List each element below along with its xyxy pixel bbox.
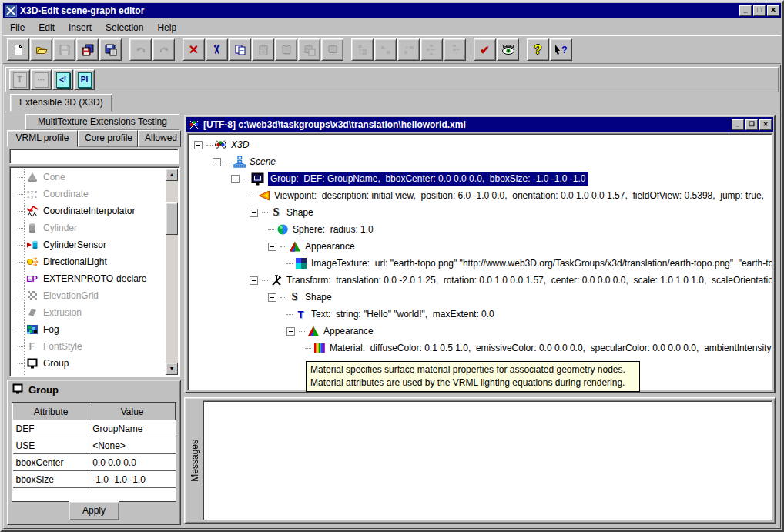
tree-node-imagetexture[interactable]: ImageTexture: url: "earth-topo.png" "htt… bbox=[188, 255, 772, 272]
tree-node-appearance[interactable]: Appearance bbox=[188, 238, 772, 255]
open-folder-icon bbox=[35, 44, 48, 56]
tree-node-shape[interactable]: S Shape bbox=[188, 204, 772, 221]
tree-node-material[interactable]: Material: diffuseColor: 0.1 0.5 1.0, emi… bbox=[188, 340, 772, 356]
coordinate-icon: x y zx y z bbox=[25, 188, 39, 200]
menu-edit[interactable]: Edit bbox=[32, 20, 62, 35]
tree-node-scene[interactable]: Scene bbox=[188, 153, 772, 170]
expand-subtree-button bbox=[351, 38, 374, 61]
scroll-up-button[interactable]: ▲ bbox=[166, 169, 178, 181]
collapse-toggle[interactable] bbox=[250, 276, 258, 285]
tree-node-text[interactable]: T Text: string: "Hello" "world!", maxExt… bbox=[188, 306, 772, 323]
tab-extensible-3d[interactable]: Extensible 3D (X3D) bbox=[10, 94, 112, 112]
paste-swap-icon bbox=[280, 44, 293, 56]
scroll-down-button[interactable]: ▼ bbox=[166, 363, 178, 375]
maximize-button[interactable]: □ bbox=[753, 5, 766, 16]
tree-node-viewpoint[interactable]: Viewpoint: description: initial view, po… bbox=[188, 187, 772, 204]
attribute-name-cell[interactable]: USE bbox=[13, 437, 89, 454]
tree-node-shape[interactable]: S Shape bbox=[188, 289, 772, 306]
context-help-button[interactable]: ? bbox=[550, 38, 572, 61]
help-button[interactable]: ? bbox=[527, 38, 549, 61]
document-icon bbox=[188, 119, 200, 130]
palette-node-font-style: FFontStyle bbox=[12, 338, 166, 355]
collapse-toggle[interactable] bbox=[231, 175, 240, 183]
toolbar-separator bbox=[122, 36, 129, 63]
document-titlebar: [UTF-8] c:\web3d\taskgroups\x3d\translat… bbox=[186, 117, 773, 132]
split-node-button bbox=[444, 38, 466, 61]
close-button[interactable]: ✕ bbox=[767, 5, 779, 16]
palette-node-fog[interactable]: Fog bbox=[12, 321, 166, 338]
menu-file[interactable]: File bbox=[3, 20, 32, 35]
palette-filter-input[interactable] bbox=[9, 149, 179, 164]
collapse-toggle[interactable] bbox=[250, 209, 258, 217]
menu-selection[interactable]: Selection bbox=[99, 20, 150, 35]
merge-node-button bbox=[420, 38, 443, 61]
tab-multitexture-extensions[interactable]: MultiTexture Extensions Testing bbox=[25, 114, 179, 130]
minimize-button[interactable]: _ bbox=[739, 5, 752, 16]
save-all-button[interactable] bbox=[76, 38, 99, 61]
validate-check-icon: ✔ bbox=[480, 44, 490, 55]
doctype-scroll-icon: <! bbox=[56, 72, 70, 88]
move-node-in-button bbox=[374, 38, 397, 61]
palette-node-coordinate-interpolator[interactable]: CoordinateInterpolator bbox=[12, 202, 166, 219]
attribute-value-cell[interactable]: 0.0 0.0 0.0 bbox=[89, 454, 176, 471]
coordinate-interpolator-icon bbox=[25, 205, 39, 217]
toolbar-separator bbox=[520, 36, 527, 63]
attribute-name-cell[interactable]: DEF bbox=[13, 420, 89, 437]
directional-light-icon bbox=[25, 256, 39, 268]
attribute-value-cell[interactable]: -1.0 -1.0 -1.0 bbox=[89, 471, 176, 488]
extrusion-icon bbox=[25, 306, 39, 319]
menu-help[interactable]: Help bbox=[150, 20, 183, 35]
comment-node-icon: ⋯ bbox=[35, 72, 49, 88]
palette-node-group[interactable]: Group bbox=[12, 355, 166, 372]
attribute-table: Attribute Value DEF GroupName USE <None>… bbox=[12, 402, 176, 502]
document-minimize-button[interactable]: _ bbox=[732, 119, 744, 130]
document-restore-button[interactable]: ❐ bbox=[745, 119, 758, 130]
document-close-button[interactable]: ✕ bbox=[759, 119, 772, 130]
tab-allowed[interactable]: Allowed bbox=[138, 130, 181, 147]
palette-node-coordinate: x y zx y zCoordinate bbox=[12, 186, 166, 202]
main-frame: T ⋯ <! PI Extensible 3D (X3D) MultiTextu… bbox=[3, 65, 781, 529]
collapse-toggle[interactable] bbox=[286, 327, 295, 336]
preview-scene-button[interactable] bbox=[497, 38, 519, 61]
validate-scene-button[interactable]: ✔ bbox=[474, 38, 496, 61]
attribute-name-cell[interactable]: bboxCenter bbox=[13, 454, 89, 471]
externproto-icon: EP bbox=[25, 273, 39, 285]
tree-node-appearance[interactable]: Appearance bbox=[188, 323, 772, 340]
attribute-editor-panel: Group Attribute Value DEF GroupName USE … bbox=[7, 380, 181, 525]
palette-node-externproto[interactable]: EPEXTERNPROTO-declare bbox=[12, 270, 166, 287]
attribute-value-cell[interactable]: GroupName bbox=[89, 420, 176, 437]
tree-node-x3d[interactable]: X3D bbox=[188, 136, 772, 153]
menu-insert[interactable]: Insert bbox=[62, 20, 99, 35]
processing-instruction-button[interactable]: PI bbox=[74, 69, 95, 90]
collapse-toggle[interactable] bbox=[268, 293, 276, 302]
help-icon: ? bbox=[534, 44, 542, 56]
cut-node-button[interactable]: ✂ bbox=[206, 38, 228, 61]
collapse-toggle[interactable] bbox=[194, 141, 203, 149]
attribute-name-cell[interactable]: bboxSize bbox=[13, 471, 89, 488]
delete-node-button[interactable]: ✕ bbox=[183, 38, 205, 61]
tree-node-group[interactable]: Group: DEF: GroupName, bboxCenter: 0.0 0… bbox=[188, 170, 772, 187]
paste-node-special-button bbox=[321, 38, 343, 61]
attribute-value-cell[interactable]: <None> bbox=[89, 437, 176, 454]
tree-node-sphere[interactable]: Sphere: radius: 1.0 bbox=[188, 221, 772, 238]
copy-node-button[interactable] bbox=[229, 38, 251, 61]
tab-core-profile[interactable]: Core profile bbox=[78, 130, 138, 147]
collapse-toggle[interactable] bbox=[268, 243, 276, 251]
palette-node-cylinder-sensor[interactable]: CylinderSensor bbox=[12, 236, 166, 253]
table-row: DEF GroupName bbox=[13, 420, 176, 437]
column-header-value[interactable]: Value bbox=[89, 403, 176, 420]
save-copy-button[interactable] bbox=[99, 38, 122, 61]
help-cursor-icon bbox=[554, 44, 561, 55]
column-header-attribute[interactable]: Attribute bbox=[13, 403, 89, 420]
apply-button[interactable]: Apply bbox=[69, 501, 119, 520]
doctype-button[interactable]: <! bbox=[52, 69, 73, 90]
palette-node-directional-light[interactable]: DirectionalLight bbox=[12, 253, 166, 270]
palette-scrollbar[interactable]: ▲ ▼ bbox=[166, 169, 178, 375]
tree-node-transform[interactable]: Transform: translation: 0.0 -2.0 1.25, r… bbox=[188, 272, 772, 289]
open-file-button[interactable] bbox=[30, 38, 52, 61]
collapse-toggle[interactable] bbox=[213, 158, 221, 166]
scrollbar-thumb[interactable] bbox=[166, 202, 178, 235]
window-title: X3D-Edit scene-graph editor bbox=[20, 5, 738, 16]
new-document-button[interactable] bbox=[7, 38, 29, 61]
tab-vrml-profile[interactable]: VRML profile bbox=[7, 130, 78, 147]
